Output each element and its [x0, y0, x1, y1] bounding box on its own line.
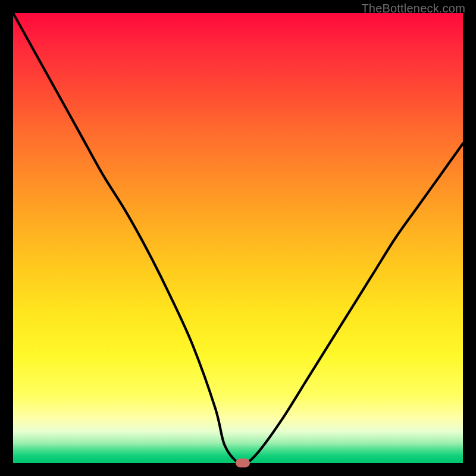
bottleneck-curve — [13, 13, 463, 463]
attribution-text: TheBottleneck.com — [361, 2, 465, 15]
chart-container: TheBottleneck.com — [0, 0, 476, 476]
plot-area — [13, 13, 463, 463]
optimal-point-marker — [236, 459, 250, 468]
